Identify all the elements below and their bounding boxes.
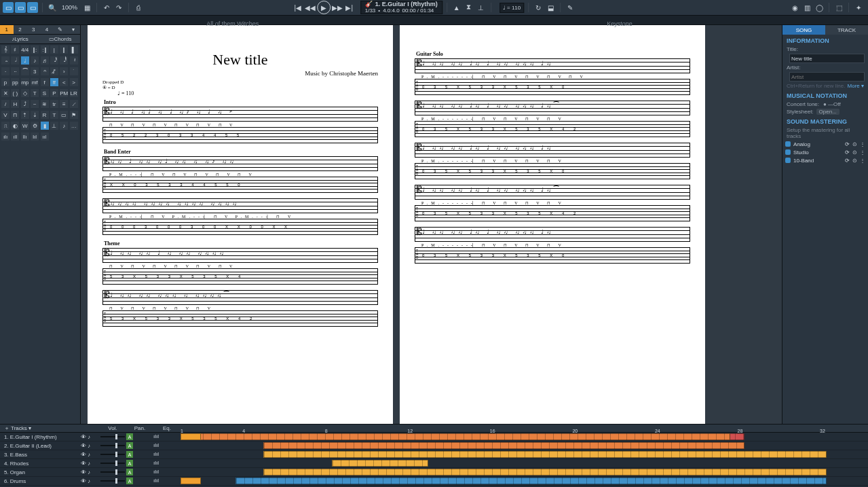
repeat-open-icon[interactable]: ‖:	[31, 46, 39, 54]
tab-staff[interactable]: TAB 0 3 5 X 5 3 3 X 5 3 5 X 0	[415, 163, 690, 179]
palm-mute-icon[interactable]: PM	[60, 89, 68, 97]
pop-icon[interactable]: P	[50, 89, 58, 97]
track-row[interactable]: 1. E.Guitar I (Rhythm) 👁 ♪ A ılıl	[0, 433, 868, 441]
countin-icon[interactable]: ⧗	[464, 2, 474, 13]
toggle-icon[interactable]	[785, 149, 791, 155]
track-row[interactable]: 4. Rhodes 👁 ♪ A ılıl	[0, 459, 868, 468]
clip[interactable]	[332, 460, 428, 467]
pan-auto-icon[interactable]: ◐	[11, 122, 19, 130]
visibility-icon[interactable]: 👁	[81, 478, 86, 484]
graph-5-icon[interactable]: ııl	[41, 132, 49, 141]
tool-icon[interactable]: ✎	[565, 2, 575, 13]
pan-slider[interactable]: A	[126, 460, 153, 467]
forward-icon[interactable]: ▶▶	[332, 2, 343, 13]
tab-staff[interactable]: TAB 0 3 5 X 5 3 3 X 5 3 5 X 4 2	[415, 205, 690, 221]
track-row[interactable]: 3. E.Bass 👁 ♪ A ılıl	[0, 450, 868, 459]
clip-lane[interactable]	[181, 469, 868, 476]
go-end-icon[interactable]: ▶|	[344, 2, 355, 13]
downstroke-icon[interactable]: ⊓	[11, 111, 19, 119]
visibility-icon[interactable]: 👁	[81, 469, 86, 475]
rse-icon[interactable]: ⚙	[31, 122, 39, 130]
sixtyfourth-icon[interactable]: 𝅘𝅥𝅱	[60, 56, 68, 65]
mixer-icon[interactable]: ⬚	[833, 2, 844, 13]
staff[interactable]: 𝄡 ♩ ♫ ♩ ♫♩ ♫ ♩ ♫♪ ♫ ♩ ♫ 𝄎	[102, 107, 378, 122]
trill-icon[interactable]: tr	[50, 100, 58, 108]
clip-lane[interactable]	[181, 433, 868, 441]
sound-icon[interactable]: ♪	[88, 461, 90, 467]
lyrics-toggle[interactable]: ♪ Lyrics	[0, 35, 40, 43]
tab-staff[interactable]: TAB 5 3 X 5 3 3 X 5 3 5 X 4	[102, 268, 378, 285]
grace-note-icon[interactable]: ♪̸	[50, 67, 58, 75]
graph-1-icon[interactable]: ılı	[1, 132, 10, 141]
add-track-icon[interactable]: ＋	[4, 425, 10, 431]
tremolo-icon[interactable]: ≡	[60, 100, 68, 108]
staff[interactable]: 𝄡 ♩ ♫♫ ♫♫ ♫♫♫ ♫ ♫♫♫♫⁀	[102, 290, 378, 305]
vibrato-icon[interactable]: ~	[31, 100, 39, 108]
key-sig-icon[interactable]: ♯	[11, 46, 19, 54]
clip-lane[interactable]	[181, 460, 868, 467]
tab-staff[interactable]: TAB 0 3 5 X 5 3 3 X 5 3 5 X 4 2	[415, 121, 690, 137]
sixteenth-note-icon[interactable]: ♬	[41, 56, 49, 65]
dead-note-icon[interactable]: ✕	[1, 89, 10, 97]
graph-4-icon[interactable]: lıl	[31, 132, 39, 141]
track-row[interactable]: 5. Organ 👁 ♪ A ılıl	[0, 468, 868, 477]
mastering-item[interactable]: 10-Band ⟳⊙⋮	[782, 156, 868, 164]
automation-icon[interactable]: A	[126, 442, 133, 449]
misc-icon[interactable]: …	[70, 122, 78, 130]
fermata-icon[interactable]: 𝄐	[41, 67, 49, 75]
visibility-icon[interactable]: 👁	[81, 461, 86, 467]
eq-icon[interactable]: ılıl	[153, 460, 159, 466]
eq-slider[interactable]: ılıl	[153, 460, 181, 467]
f-icon[interactable]: f	[41, 78, 49, 86]
mastering-item[interactable]: Analog ⟳⊙⋮	[782, 140, 868, 148]
panel-1-icon[interactable]: ▭	[3, 2, 14, 13]
palette-tab-3[interactable]: 3	[26, 25, 40, 34]
eq-icon[interactable]: ılıl	[153, 477, 159, 484]
chords-toggle[interactable]: ▭ Chords	[40, 35, 80, 43]
tab-track[interactable]: Track	[825, 25, 868, 35]
slide-icon[interactable]: /	[1, 100, 10, 108]
loop-icon[interactable]: ↻	[533, 2, 544, 13]
double-bar-icon[interactable]: ‖	[60, 46, 68, 54]
palette-tab-more[interactable]: ▾	[67, 25, 80, 34]
pan-slider[interactable]: A	[126, 477, 153, 484]
go-start-icon[interactable]: |◀	[293, 2, 303, 13]
staccato-icon[interactable]: ˙	[70, 67, 78, 75]
eq-slider[interactable]: ılıl	[153, 451, 181, 458]
selected-tool-icon[interactable]: ▮	[41, 122, 49, 130]
zoom-level[interactable]: 100%	[59, 4, 80, 11]
undo-icon[interactable]: ↶	[101, 2, 112, 13]
sound-icon[interactable]: ♪	[88, 443, 90, 449]
track-row[interactable]: 6. Drums 👁 ♪ A ılıl	[0, 477, 868, 486]
open-stylesheet-button[interactable]: Open...	[816, 109, 839, 115]
pick-scrape-icon[interactable]: ⟋	[70, 100, 78, 108]
staff[interactable]: 𝄡 ♩ ♫♫ ♫♫ ♩♫ ♩ ♫♫ ♫♫♫ ♩♫⁀	[415, 101, 690, 115]
clip[interactable]	[235, 477, 827, 484]
tracks-label[interactable]: Tracks	[11, 425, 27, 431]
visibility-icon[interactable]: 👁	[81, 443, 86, 449]
tuner-icon[interactable]: ⊥	[476, 2, 487, 13]
eq-slider[interactable]: ılıl	[153, 477, 181, 484]
automation-icon[interactable]: A	[126, 433, 133, 440]
sound-icon[interactable]: ♪	[88, 434, 90, 440]
wide-vibrato-icon[interactable]: ≋	[41, 100, 49, 108]
sound-icon[interactable]: ♪	[88, 452, 90, 458]
rasgueado-icon[interactable]: R	[41, 111, 49, 119]
tab-staff[interactable]: TAB X X 0 3 5 3 3 4 4 5 5 0	[102, 177, 378, 193]
visibility-icon[interactable]: 👁	[81, 434, 86, 440]
arpeggio-down-icon[interactable]: ⇣	[31, 111, 39, 119]
hammer-icon[interactable]: H	[11, 100, 19, 108]
eq-icon[interactable]: ılıl	[153, 469, 159, 475]
graph-2-icon[interactable]: ıll	[11, 132, 19, 141]
whole-note-icon[interactable]: 𝅝	[1, 56, 10, 65]
clef-icon[interactable]: 𝄞	[1, 46, 10, 54]
clip-lane[interactable]	[181, 477, 868, 485]
keyboard-icon[interactable]: ▥	[801, 2, 812, 13]
staff[interactable]: 𝄡 ♩ ♫♫ ♫♫ ♩♫ ♩ ♫♫ ♫♫♫ ♩♫⁀	[415, 185, 690, 200]
pp-icon[interactable]: pp	[11, 78, 19, 86]
palette-tab-4[interactable]: 4	[40, 25, 54, 34]
toggle-icon[interactable]	[785, 141, 791, 147]
pan-slider[interactable]: A	[126, 433, 153, 440]
pan-slider[interactable]: A	[126, 451, 153, 458]
drums-icon[interactable]: ◯	[814, 2, 825, 13]
